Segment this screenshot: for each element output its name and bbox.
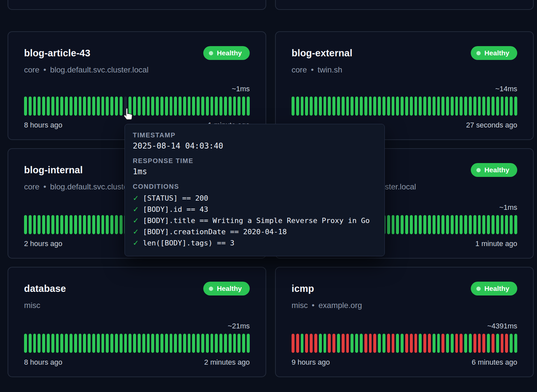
status-bar[interactable] (110, 215, 113, 234)
status-bar[interactable] (405, 215, 408, 234)
status-bar[interactable] (410, 334, 413, 353)
status-bar[interactable] (29, 334, 32, 353)
status-bar[interactable] (373, 334, 376, 353)
status-bar[interactable] (296, 97, 299, 116)
status-bar[interactable] (319, 334, 322, 353)
status-bar[interactable] (387, 334, 390, 353)
status-bar[interactable] (115, 334, 118, 353)
status-bar[interactable] (115, 215, 118, 234)
status-bar[interactable] (219, 334, 222, 353)
status-bar[interactable] (229, 334, 232, 353)
status-bar[interactable] (410, 97, 413, 116)
status-bar[interactable] (201, 97, 204, 116)
status-bar[interactable] (464, 97, 467, 116)
status-bar[interactable] (160, 97, 163, 116)
status-bar[interactable] (514, 215, 517, 234)
status-bar[interactable] (460, 215, 463, 234)
status-bar[interactable] (120, 334, 123, 353)
status-bar[interactable] (419, 215, 422, 234)
status-bar[interactable] (346, 334, 349, 353)
status-bar[interactable] (401, 334, 404, 353)
status-bar[interactable] (501, 334, 504, 353)
status-bar[interactable] (314, 97, 317, 116)
status-bar[interactable] (378, 97, 381, 116)
status-bar[interactable] (392, 334, 395, 353)
status-bar[interactable] (79, 97, 82, 116)
status-bar[interactable] (165, 334, 168, 353)
status-bar[interactable] (392, 215, 395, 234)
status-bar[interactable] (120, 97, 123, 116)
status-bar[interactable] (292, 334, 295, 353)
status-bar[interactable] (469, 215, 472, 234)
status-bar[interactable] (101, 215, 104, 234)
status-bar[interactable] (106, 97, 109, 116)
status-bar[interactable] (396, 215, 399, 234)
status-bar[interactable] (115, 97, 118, 116)
status-bar[interactable] (201, 334, 204, 353)
status-bar[interactable] (387, 97, 390, 116)
status-bar[interactable] (56, 97, 59, 116)
status-bar[interactable] (233, 334, 236, 353)
status-bar[interactable] (337, 334, 340, 353)
status-bar[interactable] (192, 97, 195, 116)
status-bar[interactable] (428, 334, 431, 353)
status-bar[interactable] (233, 97, 236, 116)
status-bar[interactable] (360, 334, 363, 353)
status-bar[interactable] (401, 97, 404, 116)
status-bar[interactable] (324, 97, 326, 116)
status-bar[interactable] (324, 334, 326, 353)
status-bar[interactable] (147, 334, 150, 353)
status-bar[interactable] (342, 334, 345, 353)
status-bar[interactable] (451, 334, 454, 353)
status-bar[interactable] (183, 334, 186, 353)
status-bar[interactable] (437, 215, 440, 234)
status-bar[interactable] (219, 97, 222, 116)
status-bar[interactable] (74, 334, 77, 353)
status-bar[interactable] (60, 97, 63, 116)
status-bar[interactable] (455, 334, 458, 353)
status-bar[interactable] (364, 334, 367, 353)
status-bar[interactable] (451, 215, 454, 234)
status-bar[interactable] (487, 334, 490, 353)
status-bar[interactable] (238, 334, 240, 353)
status-bar[interactable] (446, 97, 449, 116)
status-bar[interactable] (510, 215, 513, 234)
status-bar[interactable] (405, 97, 408, 116)
status-bar[interactable] (382, 97, 385, 116)
status-bar[interactable] (478, 97, 481, 116)
status-bar[interactable] (110, 334, 113, 353)
status-bar[interactable] (56, 215, 59, 234)
status-bar[interactable] (101, 97, 104, 116)
status-bar[interactable] (473, 215, 476, 234)
status-bar[interactable] (79, 334, 82, 353)
status-bar[interactable] (170, 97, 173, 116)
status-bar[interactable] (382, 334, 385, 353)
status-bar[interactable] (97, 215, 100, 234)
status-bar[interactable] (242, 97, 245, 116)
status-bar[interactable] (70, 215, 72, 234)
status-bar[interactable] (396, 334, 399, 353)
status-bar[interactable] (510, 97, 513, 116)
status-bar[interactable] (65, 334, 68, 353)
status-bar[interactable] (492, 215, 495, 234)
status-bar[interactable] (42, 97, 45, 116)
status-bar[interactable] (328, 97, 331, 116)
status-bar[interactable] (514, 334, 517, 353)
status-bar[interactable] (510, 334, 513, 353)
status-bar[interactable] (83, 334, 86, 353)
status-bar[interactable] (70, 334, 72, 353)
status-bar[interactable] (38, 97, 41, 116)
status-bar[interactable] (301, 334, 304, 353)
status-bar[interactable] (433, 97, 436, 116)
status-bar[interactable] (501, 215, 504, 234)
status-bar[interactable] (97, 97, 100, 116)
status-bar[interactable] (314, 334, 317, 353)
status-bar[interactable] (319, 97, 322, 116)
status-bar[interactable] (206, 97, 209, 116)
status-bar[interactable] (505, 215, 508, 234)
status-bar[interactable] (405, 334, 408, 353)
status-bar[interactable] (88, 97, 91, 116)
status-bar[interactable] (142, 334, 145, 353)
status-bar[interactable] (441, 97, 444, 116)
status-bar[interactable] (110, 97, 113, 116)
